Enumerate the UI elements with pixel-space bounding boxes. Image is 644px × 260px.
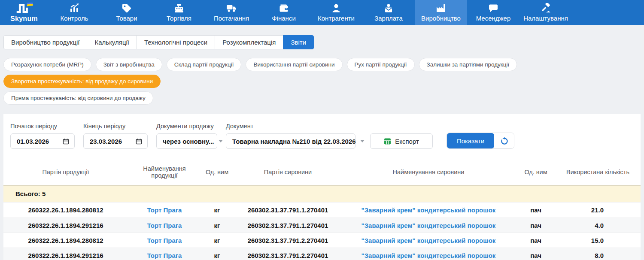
col-material-unit: Од. вим xyxy=(514,163,557,181)
material-name-link[interactable]: "Заварний крем" кондитерський порошок xyxy=(343,206,514,214)
table-row[interactable]: 260322.26.1.1894.291216 Торт Прага кг 26… xyxy=(3,248,641,260)
table-row[interactable]: 260322.26.1.1894.291216 Торт Прага кг 26… xyxy=(3,218,641,233)
product-name-link[interactable]: Торт Прага xyxy=(128,237,201,244)
quantity-cell: 15.0 xyxy=(557,237,641,244)
product-name-link[interactable]: Торт Прага xyxy=(128,206,201,214)
chevron-down-icon xyxy=(219,140,223,142)
material-batch-cell: 260302.31.37.791.2.270401 xyxy=(233,252,343,259)
material-name-link[interactable]: "Заварний крем" кондитерський порошок xyxy=(343,237,514,244)
show-button[interactable]: Показати xyxy=(447,133,494,148)
quantity-cell: 4.0 xyxy=(557,222,641,229)
table-row[interactable]: 260322.26.1.1894.280812 Торт Прага кг 26… xyxy=(3,203,641,218)
quantity-cell: 8.0 xyxy=(557,252,641,259)
top-nav: Skynum Контроль Товари Торгівля xyxy=(0,0,644,25)
material-batch-cell: 260302.31.37.791.2.270401 xyxy=(233,237,343,244)
document-select[interactable]: Товарна накладна №210 від 22.03.2026 xyxy=(226,133,355,149)
product-name-link[interactable]: Торт Прага xyxy=(128,252,201,259)
nav-item-supply[interactable]: Постачання xyxy=(205,0,258,25)
sales-documents-label: Документи продажу xyxy=(156,123,217,130)
table-body: 260322.26.1.1894.280812 Торт Прага кг 26… xyxy=(3,202,641,260)
report-card: Початок періоду 01.03.2026 Кінець період… xyxy=(3,114,641,260)
sales-documents-select[interactable]: через основну... xyxy=(156,133,217,149)
nav-item-settings[interactable]: Налаштування xyxy=(519,0,572,25)
spreadsheet-icon xyxy=(384,138,391,145)
brand-logo[interactable]: Skynum xyxy=(0,0,48,25)
tab-reports[interactable]: Звіти xyxy=(283,35,314,49)
product-unit-cell: кг xyxy=(201,237,233,244)
pill-material-batch-usage[interactable]: Використання партії сировини xyxy=(246,58,342,71)
show-button-group: Показати xyxy=(447,133,514,149)
nav-item-label: Постачання xyxy=(214,15,249,22)
pill-batch-balances[interactable]: Залишки за партіями продукції xyxy=(419,58,517,71)
nav-item-label: Виробництво xyxy=(421,15,461,22)
col-product-batch: Партія продукції xyxy=(3,163,128,181)
sales-documents-field: Документи продажу через основну... xyxy=(156,123,217,149)
pill-backward-traceability[interactable]: Зворотна простежуваність: від продажу до… xyxy=(3,75,161,88)
pill-product-batch-movement[interactable]: Рух партії продукції xyxy=(347,58,415,71)
calendar-icon xyxy=(136,138,142,145)
product-unit-cell: кг xyxy=(201,206,233,214)
salary-icon xyxy=(383,3,394,13)
quantity-cell: 21.0 xyxy=(557,206,641,214)
period-end-field: Кінець періоду 23.03.2026 xyxy=(83,123,148,149)
skynum-logo-icon xyxy=(15,3,33,15)
material-unit-cell: пач xyxy=(514,252,557,259)
material-unit-cell: пач xyxy=(514,206,557,214)
col-quantity: Використана кількість xyxy=(557,163,641,181)
tab-production-output[interactable]: Виробництво продукції xyxy=(3,35,87,49)
col-product-unit: Од. вим xyxy=(201,163,233,181)
export-button[interactable]: Експорт xyxy=(370,133,433,149)
tag-icon xyxy=(122,3,132,13)
nav-item-label: Зарплата xyxy=(374,15,403,22)
brand-name: Skynum xyxy=(10,15,38,23)
report-pills-row-1: Розрахунок потреби (MRP) Звіт з виробниц… xyxy=(3,58,622,88)
pill-product-batch-stock[interactable]: Склад партії продукції xyxy=(167,58,242,71)
col-product-name: Найменування продукції xyxy=(128,159,201,185)
nav-item-production[interactable]: Виробництво xyxy=(415,0,467,25)
nav-item-trade[interactable]: Торгівля xyxy=(153,0,205,25)
product-batch-cell: 260322.26.1.1894.291216 xyxy=(3,222,128,229)
product-unit-cell: кг xyxy=(201,252,233,259)
chevron-down-icon xyxy=(360,140,365,142)
section-tabs: Виробництво продукції Калькуляції Технол… xyxy=(3,35,641,49)
pill-production-report[interactable]: Звіт з виробництва xyxy=(96,58,162,71)
period-start-input[interactable]: 01.03.2026 xyxy=(10,133,75,149)
factory-icon xyxy=(436,3,446,13)
tab-tech-processes[interactable]: Технологічні процеси xyxy=(137,35,215,49)
period-end-label: Кінець періоду xyxy=(83,123,148,130)
period-start-label: Початок періоду xyxy=(10,123,75,130)
nav-item-finance[interactable]: Фінанси xyxy=(258,0,310,25)
product-batch-cell: 260322.26.1.1894.280812 xyxy=(3,237,128,244)
table-row[interactable]: 260322.26.1.1894.280812 Торт Прага кг 26… xyxy=(3,233,641,248)
document-field: Документ Товарна накладна №210 від 22.03… xyxy=(226,123,355,149)
nav-item-counterparties[interactable]: Контрагенти xyxy=(310,0,362,25)
pill-forward-traceability[interactable]: Пряма простежуваність: від сировини до п… xyxy=(3,91,153,105)
nav-item-goods[interactable]: Товари xyxy=(100,0,153,25)
settings-icon xyxy=(541,3,551,13)
nav-item-salary[interactable]: Зарплата xyxy=(362,0,415,25)
table-header: Партія продукції Найменування продукції … xyxy=(3,159,641,185)
nav-item-messenger[interactable]: Месенджер xyxy=(467,0,519,25)
tab-calculations[interactable]: Калькуляції xyxy=(87,35,137,49)
truck-icon xyxy=(226,3,237,13)
col-material-name: Найменування сировини xyxy=(343,163,514,181)
material-name-link[interactable]: "Заварний крем" кондитерський порошок xyxy=(343,252,514,259)
reset-button[interactable] xyxy=(494,133,514,148)
period-start-field: Початок періоду 01.03.2026 xyxy=(10,123,75,149)
material-batch-cell: 260302.31.37.791.1.270401 xyxy=(233,206,343,214)
person-icon xyxy=(331,3,341,13)
period-end-input[interactable]: 23.03.2026 xyxy=(83,133,148,149)
analytics-icon xyxy=(69,3,79,13)
material-batch-cell: 260302.31.37.791.1.270401 xyxy=(233,222,343,229)
pill-mrp[interactable]: Розрахунок потреби (MRP) xyxy=(3,58,91,71)
nav-item-label: Контроль xyxy=(60,15,88,22)
nav-item-label: Контрагенти xyxy=(318,15,355,22)
nav-item-label: Фінанси xyxy=(272,15,296,22)
product-name-link[interactable]: Торт Прага xyxy=(128,222,201,229)
document-label: Документ xyxy=(226,123,355,130)
wallet-icon xyxy=(279,3,289,13)
tab-disassembly[interactable]: Розукомплектація xyxy=(215,35,283,49)
material-unit-cell: пач xyxy=(514,222,557,229)
material-name-link[interactable]: "Заварний крем" кондитерський порошок xyxy=(343,222,514,229)
nav-item-control[interactable]: Контроль xyxy=(48,0,100,25)
